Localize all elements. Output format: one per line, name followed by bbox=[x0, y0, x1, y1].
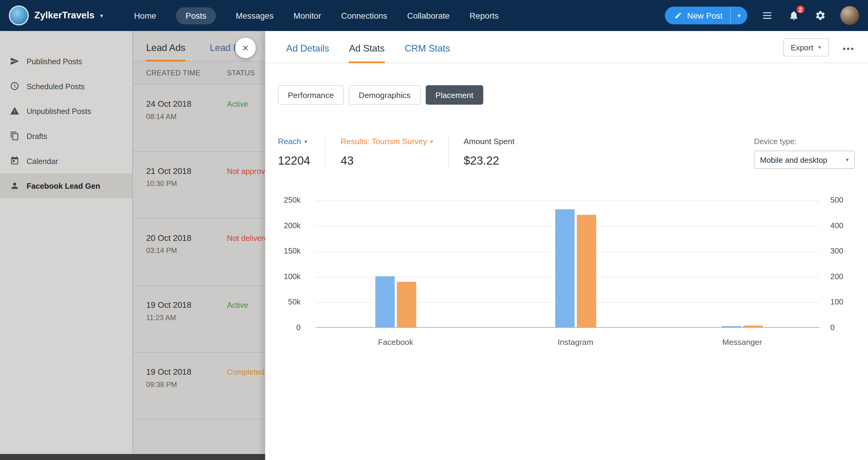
sidebar-item-published-posts[interactable]: Published Posts bbox=[0, 49, 132, 74]
device-type-label: Device type: bbox=[754, 137, 855, 146]
row-date: 21 Oct 2018 bbox=[146, 166, 227, 176]
row-time: 10:30 PM bbox=[146, 179, 227, 188]
left-axis-tick: 250k bbox=[265, 195, 301, 204]
category-label-messanger: Messanger bbox=[722, 338, 762, 346]
tab-ad-stats[interactable]: Ad Stats bbox=[349, 31, 384, 63]
clock-icon bbox=[10, 82, 19, 91]
sidebar-item-drafts[interactable]: Drafts bbox=[0, 124, 132, 149]
bar-facebook-reach[interactable] bbox=[375, 276, 395, 327]
pencil-icon bbox=[675, 12, 682, 20]
close-panel-button[interactable]: × bbox=[236, 38, 256, 58]
row-date: 19 Oct 2018 bbox=[146, 300, 227, 310]
reach-metric-selector[interactable]: Reach ▾ bbox=[278, 137, 310, 146]
results-value: 43 bbox=[341, 154, 433, 167]
tab-crm-stats[interactable]: CRM Stats bbox=[404, 31, 450, 63]
tab-ad-details[interactable]: Ad Details bbox=[286, 31, 329, 63]
main-nav: Home Posts Messages Monitor Connections … bbox=[134, 7, 499, 24]
brand-logo-icon bbox=[9, 5, 29, 25]
bar-instagram-reach[interactable] bbox=[555, 209, 574, 327]
left-axis-tick: 100k bbox=[265, 272, 301, 281]
ad-detail-panel: Ad Details Ad Stats CRM Stats Export ▾ •… bbox=[265, 31, 868, 460]
sidebar-item-label: Unpublished Posts bbox=[27, 107, 91, 116]
bar-messanger-reach[interactable] bbox=[722, 326, 741, 327]
row-time: 08:14 AM bbox=[146, 113, 227, 121]
right-axis-tick: 400 bbox=[830, 221, 856, 230]
export-button[interactable]: Export ▾ bbox=[783, 38, 829, 57]
sidebar-item-label: Drafts bbox=[27, 131, 47, 140]
tab-lead-ads[interactable]: Lead Ads bbox=[146, 42, 185, 61]
new-post-label: New Post bbox=[687, 11, 723, 20]
nav-item-messages[interactable]: Messages bbox=[236, 7, 274, 24]
stat-amount-spent: Amount Spent $23.22 bbox=[464, 137, 529, 169]
sidebar-item-calendar[interactable]: Calendar bbox=[0, 148, 132, 173]
device-type-value: Mobile and desktop bbox=[760, 155, 827, 164]
category-label-instagram: Instagram bbox=[558, 338, 593, 346]
nav-item-home[interactable]: Home bbox=[134, 7, 156, 24]
column-created-time: CREATED TIME bbox=[146, 69, 227, 77]
sidebar-item-label: Scheduled Posts bbox=[27, 82, 85, 90]
bar-group-messanger bbox=[722, 326, 763, 327]
sidebar-item-label: Facebook Lead Gen bbox=[27, 181, 100, 190]
sidebar-item-label: Published Posts bbox=[27, 57, 82, 65]
bar-group-instagram bbox=[555, 209, 596, 327]
settings-gear-icon[interactable] bbox=[814, 9, 827, 22]
amount-spent-label: Amount Spent bbox=[464, 137, 515, 146]
device-type-block: Device type: Mobile and desktop ▾ bbox=[754, 137, 855, 169]
reach-value: 12204 bbox=[278, 154, 310, 167]
new-post-button[interactable]: New Post ▾ bbox=[665, 7, 747, 24]
more-options-icon[interactable]: ••• bbox=[843, 44, 855, 53]
export-chevron-down-icon: ▾ bbox=[818, 44, 821, 50]
close-icon: × bbox=[242, 42, 248, 54]
row-status: Completed bbox=[227, 367, 264, 419]
bottom-strip bbox=[0, 454, 265, 460]
performance-button[interactable]: Performance bbox=[278, 85, 344, 104]
notifications-bell-icon[interactable]: 2 bbox=[787, 9, 801, 22]
right-axis-tick: 300 bbox=[830, 246, 856, 255]
bar-facebook-results[interactable] bbox=[397, 282, 416, 327]
nav-item-monitor[interactable]: Monitor bbox=[293, 7, 321, 24]
top-navbar: ZylkerTravels ▾ Home Posts Messages Moni… bbox=[0, 0, 868, 31]
user-avatar[interactable] bbox=[840, 6, 859, 25]
brand-group[interactable]: ZylkerTravels ▾ bbox=[9, 5, 103, 25]
kpi-row: Reach ▾ 12204 Results: Tourism Survey ▾ … bbox=[278, 137, 855, 169]
row-date: 24 Oct 2018 bbox=[146, 99, 227, 109]
results-metric-selector[interactable]: Results: Tourism Survey ▾ bbox=[341, 137, 433, 146]
nav-item-reports[interactable]: Reports bbox=[470, 7, 498, 24]
nav-item-posts[interactable]: Posts bbox=[176, 7, 216, 24]
right-axis-tick: 200 bbox=[830, 272, 856, 281]
amount-spent-value: $23.22 bbox=[464, 154, 515, 167]
send-icon bbox=[10, 56, 19, 66]
right-axis-tick: 0 bbox=[830, 323, 856, 332]
device-type-select[interactable]: Mobile and desktop ▾ bbox=[754, 151, 855, 169]
app-window: ZylkerTravels ▾ Home Posts Messages Moni… bbox=[0, 0, 868, 460]
reach-chevron-down-icon: ▾ bbox=[304, 138, 307, 144]
posts-sidebar: Published Posts Scheduled Posts Unpublis… bbox=[0, 31, 133, 460]
calendar-icon bbox=[10, 156, 19, 165]
left-axis-tick: 50k bbox=[265, 297, 301, 306]
warning-icon bbox=[10, 106, 19, 116]
drafts-icon bbox=[10, 131, 19, 141]
bar-group-facebook bbox=[375, 276, 416, 327]
row-time: 03:14 PM bbox=[146, 246, 227, 255]
sidebar-item-unpublished-posts[interactable]: Unpublished Posts bbox=[0, 98, 132, 124]
nav-item-connections[interactable]: Connections bbox=[341, 7, 387, 24]
right-axis-tick: 500 bbox=[830, 195, 856, 204]
row-status: Active bbox=[227, 300, 248, 352]
person-icon bbox=[10, 181, 19, 190]
navbar-actions: New Post ▾ 2 bbox=[665, 6, 859, 25]
sidebar-item-facebook-lead-gen[interactable]: Facebook Lead Gen bbox=[0, 173, 132, 198]
sidebar-item-label: Calendar bbox=[27, 156, 58, 165]
bar-messanger-results[interactable] bbox=[743, 326, 763, 327]
demographics-button[interactable]: Demographics bbox=[349, 85, 421, 104]
placement-button[interactable]: Placement bbox=[426, 85, 484, 104]
export-label: Export bbox=[791, 43, 813, 52]
right-axis-tick: 100 bbox=[830, 297, 856, 306]
nav-item-collaborate[interactable]: Collaborate bbox=[407, 7, 450, 24]
new-post-chevron-down-icon[interactable]: ▾ bbox=[731, 7, 747, 24]
sidebar-item-scheduled-posts[interactable]: Scheduled Posts bbox=[0, 73, 132, 98]
stat-reach: Reach ▾ 12204 bbox=[278, 137, 326, 169]
left-axis-tick: 0 bbox=[265, 323, 301, 332]
bar-instagram-results[interactable] bbox=[577, 215, 596, 327]
menu-list-icon[interactable] bbox=[761, 9, 774, 22]
category-label-facebook: Facebook bbox=[378, 338, 413, 346]
